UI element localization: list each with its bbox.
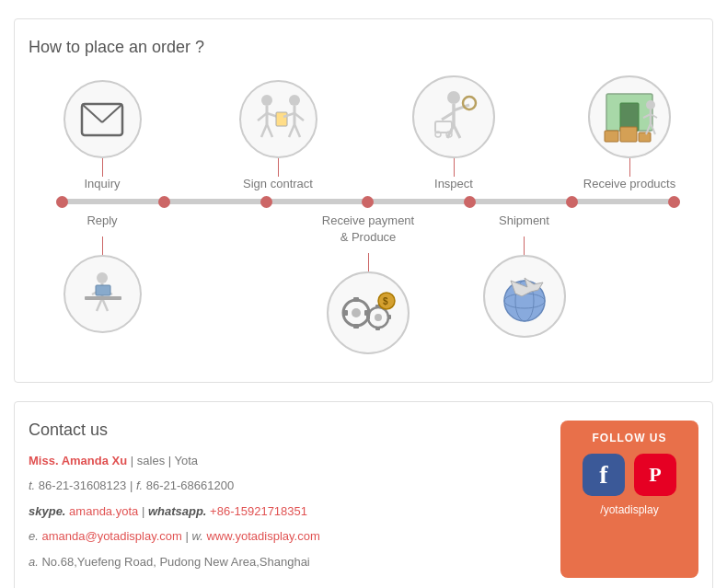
step-inspect: Inspect [408,75,500,190]
receive-products-label: Receive products [583,177,675,190]
reply-icon [63,255,142,333]
spacer-2 [625,213,680,354]
bottom-steps-row: Reply [29,213,698,354]
steps-visual: Inquiry [29,75,698,354]
receive-payment-icon: $ [327,271,410,354]
svg-rect-54 [366,315,370,319]
social-handle: /yotadisplay [600,503,658,516]
website-separator: | [186,529,192,543]
dot-3 [260,196,272,208]
shipment-vline [524,236,525,255]
svg-rect-46 [353,297,359,302]
svg-rect-47 [353,324,359,329]
svg-rect-53 [375,327,380,330]
inspect-icon [412,75,495,158]
receive-products-icon [588,75,671,158]
step-shipment: Shipment [479,213,571,354]
contact-name: Miss. Amanda Xu [29,454,127,467]
skype-label: skype. [29,504,65,518]
contact-address-row: a. No.68,Yuefeng Road, Pudong New Area,S… [29,553,542,571]
svg-rect-9 [276,112,287,126]
sign-contract-vline [278,158,279,177]
svg-rect-43 [85,296,121,300]
svg-text:$: $ [383,296,388,306]
timeline [29,190,698,213]
sign-contract-icon [239,80,317,158]
fax-label: f. [136,478,143,492]
skype-value: amanda.yota [69,504,138,518]
svg-line-8 [267,124,272,137]
inquiry-label: Inquiry [84,177,120,190]
fax-separator: | [130,478,136,492]
contact-skype-row: skype. amanda.yota | whatsapp. +86-15921… [29,502,542,521]
svg-point-56 [375,314,382,321]
dot-2 [158,196,170,208]
email-value: amanda@yotadisplay.com [41,529,181,543]
pinterest-button[interactable]: P [634,454,676,496]
svg-line-7 [261,124,267,137]
follow-us-text: FOLLOW US [593,432,667,444]
facebook-icon: f [599,460,607,490]
contact-title: Contact us [29,421,542,440]
page-wrapper: How to place an order ? Inquiry [0,0,727,588]
contact-info: Contact us Miss. Amanda Xu | sales | Yot… [29,421,542,578]
contact-separator-1: | [131,454,137,467]
svg-rect-29 [620,127,637,142]
svg-line-14 [289,124,294,137]
svg-line-42 [102,298,108,311]
svg-rect-44 [96,285,110,295]
contact-phone-row: t. 86-21-31608123 | f. 86-21-68661200 [29,477,542,495]
svg-line-41 [97,298,102,311]
receive-payment-label: Receive payment& Produce [322,213,414,246]
top-steps-row: Inquiry [29,75,698,190]
svg-point-3 [261,95,272,106]
phone-value: 86-21-31608123 [39,478,126,492]
contact-email-row: e. amanda@yotadisplay.com | w. www.yotad… [29,527,542,546]
shipment-label: Shipment [499,213,549,229]
pinterest-icon: P [649,463,661,487]
address-label: a. [29,555,39,569]
svg-point-10 [289,95,300,106]
website-label: w. [192,529,203,543]
shipment-icon [483,255,566,338]
svg-line-15 [294,124,300,137]
contact-section: Contact us Miss. Amanda Xu | sales | Yot… [14,401,713,588]
skype-separator: | [142,504,148,518]
svg-line-1 [82,104,102,122]
svg-line-2 [102,104,122,122]
step-receive-payment: Receive payment& Produce [313,213,423,354]
email-label: e. [29,529,39,543]
inquiry-icon [63,80,142,158]
svg-line-18 [442,112,454,120]
social-panel: FOLLOW US f P /yotadisplay [560,421,698,578]
contact-separator-2: | [168,454,175,467]
how-to-section: How to place an order ? Inquiry [14,18,713,383]
whatsapp-label: whatsapp. [148,504,207,518]
contact-company: Yota [175,454,199,467]
timeline-dots [56,196,680,208]
step-inquiry: Inquiry [56,80,148,190]
receive-products-vline [629,158,630,177]
svg-point-20 [463,97,476,110]
svg-point-31 [646,100,655,110]
inspect-label: Inspect [434,177,473,190]
step-reply: Reply [56,213,148,354]
step-receive-products: Receive products [579,75,680,190]
svg-rect-28 [605,131,618,142]
sign-contract-label: Sign contract [243,177,313,190]
contact-role: sales [137,454,165,467]
social-icons-row: f P [583,454,676,496]
svg-rect-55 [387,315,391,319]
whatsapp-value: +86-15921718351 [210,504,307,518]
how-to-title: How to place an order ? [29,38,698,57]
facebook-button[interactable]: f [583,454,625,496]
website-value: www.yotadisplay.com [206,529,319,543]
dot-4 [362,196,374,208]
receive-payment-vline [368,253,369,271]
dot-1 [56,196,68,208]
phone-label: t. [29,478,35,492]
reply-label: Reply [87,213,117,229]
svg-point-16 [447,91,460,104]
spacer-1 [203,213,259,354]
dot-7 [668,196,680,208]
